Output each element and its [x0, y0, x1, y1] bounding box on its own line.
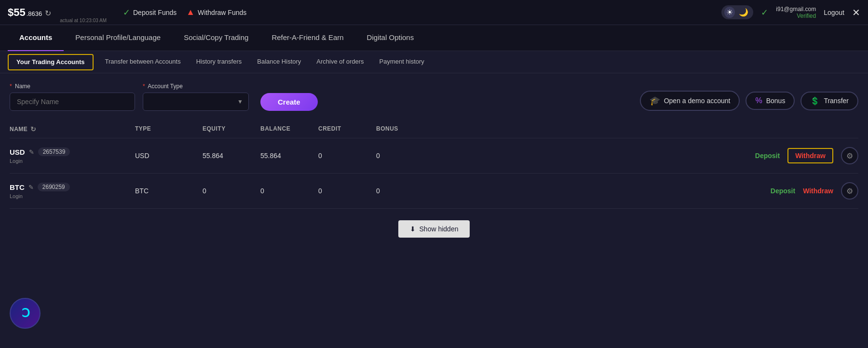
header-name-text: NAME — [10, 126, 27, 133]
equity-cell-usd: 55.864 — [203, 152, 260, 160]
bonus-btn-label: Bonus — [766, 97, 786, 105]
price-decimal: .8636 — [27, 10, 42, 17]
subnav-payment-label: Payment history — [380, 58, 424, 65]
show-hidden-row: ⬇ Show hidden — [10, 209, 858, 249]
nav-item-social[interactable]: Social/Copy Trading — [172, 25, 260, 51]
top-bar-right: ☀ 🌙 ✓ i91@gmail.com Verified Logout ✕ — [721, 5, 860, 19]
right-actions: 🎓 Open a demo account % Bonus 💲 Transfer — [640, 91, 858, 111]
withdraw-button[interactable]: ▲ Withdraw Funds — [186, 7, 246, 17]
subnav-history[interactable]: History transfers — [189, 51, 250, 73]
credit-cell-btc: 0 — [318, 187, 376, 195]
logout-button[interactable]: Logout — [824, 9, 844, 16]
shield-icon: ✓ — [761, 7, 768, 18]
deposit-link-usd[interactable]: Deposit — [755, 152, 780, 160]
table-refresh-icon[interactable]: ↻ — [30, 125, 37, 133]
nav-item-accounts[interactable]: Accounts — [8, 25, 64, 51]
verified-label: Verified — [797, 13, 816, 19]
settings-button-btc[interactable]: ⚙ — [841, 182, 858, 200]
account-currency-btc: BTC — [10, 183, 25, 191]
account-name-cell-btc: BTC ✎ 2690259 Login — [10, 183, 135, 199]
show-hidden-label: Show hidden — [420, 225, 459, 233]
transfer-btn-label: Transfer — [824, 97, 849, 105]
edit-icon-usd[interactable]: ✎ — [29, 148, 34, 156]
subnav-transfer[interactable]: Transfer between Accounts — [97, 51, 189, 73]
download-icon: ⬇ — [410, 225, 416, 233]
withdraw-link-btc[interactable]: Withdraw — [803, 187, 833, 195]
type-cell-usd: USD — [135, 152, 203, 160]
balance-cell-btc: 0 — [260, 187, 318, 195]
bonus-cell-btc: 0 — [376, 187, 434, 195]
transfer-button[interactable]: 💲 Transfer — [800, 92, 858, 110]
refresh-icon[interactable]: ↻ — [45, 9, 51, 18]
content-area: * Name * Account Type ▼ Create 🎓 Open a … — [0, 73, 868, 348]
account-name-row-btc: BTC ✎ 2690259 — [10, 183, 135, 191]
create-button[interactable]: Create — [260, 93, 318, 111]
name-required: * — [10, 83, 12, 90]
main-nav: Accounts Personal Profile/Language Socia… — [0, 25, 868, 51]
nav-item-profile[interactable]: Personal Profile/Language — [64, 25, 172, 51]
account-type-select[interactable] — [143, 93, 249, 111]
name-input[interactable] — [10, 93, 135, 111]
type-required: * — [143, 83, 145, 90]
actions-cell-usd: Deposit Withdraw ⚙ — [434, 147, 858, 164]
bonus-icon: % — [755, 96, 762, 105]
type-label: * Account Type — [143, 83, 249, 90]
price-display: $55 .8636 ↻ — [8, 6, 51, 19]
subnav-history-label: History transfers — [196, 58, 242, 65]
edit-icon-btc[interactable]: ✎ — [28, 184, 34, 191]
type-label-text: Account Type — [148, 83, 183, 90]
subnav-transfer-label: Transfer between Accounts — [105, 58, 181, 65]
light-theme-button[interactable]: ☀ — [724, 7, 735, 18]
avatar[interactable]: Ↄ — [10, 298, 41, 329]
deposit-button[interactable]: ✓ Deposit Funds — [123, 7, 176, 18]
actions-cell-btc: Deposit Withdraw ⚙ — [434, 182, 858, 200]
header-bonus: BONUS — [376, 125, 434, 133]
nav-item-digital[interactable]: Digital Options — [355, 25, 426, 51]
account-name-cell-usd: USD ✎ 2657539 Login — [10, 147, 135, 164]
withdraw-icon: ▲ — [186, 7, 195, 17]
settings-button-usd[interactable]: ⚙ — [841, 147, 858, 164]
header-equity: EQUITY — [203, 125, 260, 133]
show-hidden-button[interactable]: ⬇ Show hidden — [398, 220, 470, 238]
name-label: * Name — [10, 83, 135, 90]
header-type: TYPE — [135, 125, 203, 133]
account-id-btc: 2690259 — [38, 183, 70, 191]
bonus-cell-usd: 0 — [376, 152, 434, 160]
withdraw-label: Withdraw Funds — [198, 9, 246, 16]
bonus-button[interactable]: % Bonus — [746, 92, 795, 110]
top-bar-actions: ✓ Deposit Funds ▲ Withdraw Funds — [123, 7, 710, 18]
account-login-usd: Login — [10, 158, 135, 164]
deposit-label: Deposit Funds — [133, 9, 176, 16]
subnav-balance-label: Balance History — [257, 58, 301, 65]
subnav-archive[interactable]: Archive of orders — [309, 51, 371, 73]
user-email: i91@gmail.com — [776, 6, 816, 13]
demo-icon: 🎓 — [650, 95, 660, 106]
transfer-icon: 💲 — [810, 96, 820, 106]
nav-accounts-label: Accounts — [19, 33, 52, 41]
user-info: i91@gmail.com Verified — [776, 6, 816, 19]
close-button[interactable]: ✕ — [852, 7, 860, 18]
nav-profile-label: Personal Profile/Language — [75, 33, 161, 41]
verified-badge: ✓ — [761, 7, 768, 18]
avatar-text: Ↄ — [22, 307, 29, 320]
open-demo-button[interactable]: 🎓 Open a demo account — [640, 91, 740, 111]
account-name-row-usd: USD ✎ 2657539 — [10, 147, 135, 156]
nav-item-refer[interactable]: Refer-A-Friend & Earn — [260, 25, 355, 51]
subnav-trading-accounts[interactable]: Your Trading Accounts — [8, 54, 94, 70]
top-bar: $55 .8636 ↻ actual at 10:23:03 AM ✓ Depo… — [0, 0, 868, 25]
header-credit: CREDIT — [318, 125, 376, 133]
nav-social-label: Social/Copy Trading — [184, 33, 248, 41]
price-main: $55 — [8, 6, 26, 19]
deposit-link-btc[interactable]: Deposit — [771, 187, 795, 195]
name-label-text: Name — [15, 83, 30, 90]
balance-cell-usd: 55.864 — [260, 152, 318, 160]
subnav-balance[interactable]: Balance History — [249, 51, 309, 73]
withdraw-link-usd[interactable]: Withdraw — [787, 148, 833, 163]
nav-refer-label: Refer-A-Friend & Earn — [271, 33, 343, 41]
table-row: BTC ✎ 2690259 Login BTC 0 0 0 0 Deposit … — [10, 174, 858, 209]
create-account-form: * Name * Account Type ▼ Create 🎓 Open a … — [10, 83, 858, 111]
dark-theme-button[interactable]: 🌙 — [737, 7, 750, 18]
table-row: USD ✎ 2657539 Login USD 55.864 55.864 0 … — [10, 138, 858, 174]
name-group: * Name — [10, 83, 135, 111]
subnav-payment[interactable]: Payment history — [372, 51, 432, 73]
